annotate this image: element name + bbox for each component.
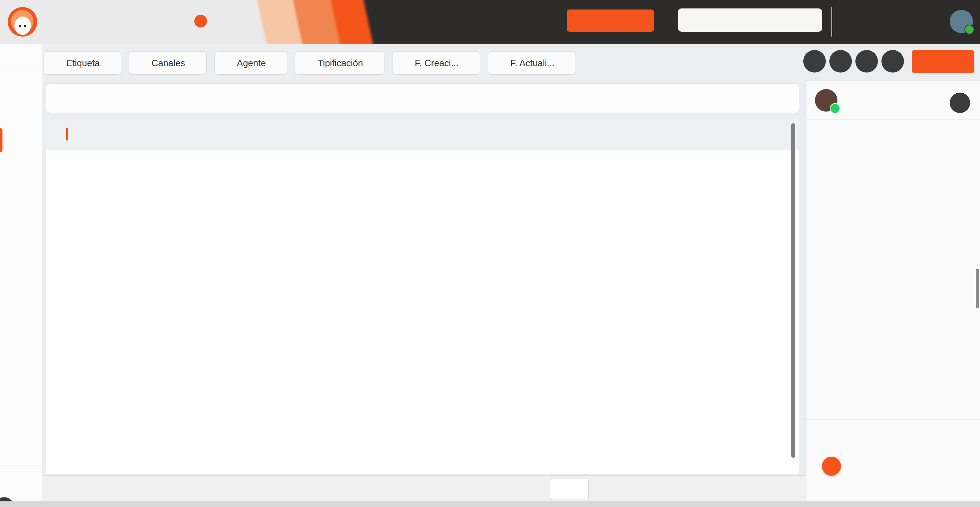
divider <box>42 0 42 44</box>
table-header <box>46 119 799 150</box>
sidebar-item-contacts[interactable] <box>0 127 42 153</box>
filter-button-tipificacin[interactable]: Tipificación <box>295 51 384 75</box>
header-search-input[interactable] <box>686 8 800 32</box>
person-icon <box>223 59 232 68</box>
filter-label: Agente <box>237 58 266 69</box>
online-check-icon <box>964 25 974 35</box>
table-search[interactable] <box>46 83 799 113</box>
download-button[interactable] <box>881 50 904 73</box>
filter-button-agente[interactable]: Agente <box>215 51 287 75</box>
sort-desc-icon[interactable] <box>689 129 699 139</box>
acting-as-block <box>442 8 573 13</box>
chevron-down-icon <box>105 59 113 67</box>
client-detail-panel <box>806 80 980 507</box>
next-page-button[interactable] <box>778 482 791 496</box>
filter-label: Etiqueta <box>66 58 100 69</box>
filter-bar: Etiqueta Canales Agente Tipificación F. … <box>44 51 576 75</box>
whatsapp-icon <box>830 103 840 114</box>
column-header-sorted[interactable] <box>686 129 799 139</box>
typing-icon <box>303 59 313 68</box>
transfer-button[interactable] <box>855 50 878 73</box>
help-icon[interactable] <box>13 481 29 497</box>
chevron-up-icon[interactable] <box>961 256 972 266</box>
filter-funnel-icon <box>434 54 449 68</box>
header-search[interactable] <box>678 8 822 32</box>
search-icon[interactable] <box>805 14 817 26</box>
create-button[interactable] <box>912 50 974 73</box>
client-info-section-header[interactable] <box>815 254 973 268</box>
chevron-up-icon[interactable] <box>961 430 972 441</box>
channels-icon <box>137 59 146 68</box>
sidebar-item-collapse[interactable] <box>0 48 42 70</box>
app: Etiqueta Canales Agente Tipificación F. … <box>0 0 980 507</box>
info-icon[interactable] <box>194 15 207 27</box>
filter-label: F. Actuali... <box>511 58 555 69</box>
transfer-icon <box>860 55 873 68</box>
chat-lines-icon <box>808 55 821 68</box>
chevron-down-icon <box>190 59 199 67</box>
filter-button-canales[interactable]: Canales <box>129 51 206 75</box>
chevron-down-icon <box>271 59 279 67</box>
calendar-icon <box>400 59 410 68</box>
person-off-icon <box>834 55 847 68</box>
clients-table <box>46 119 799 474</box>
client-avatar <box>815 89 837 112</box>
top-header <box>0 0 980 44</box>
filter-label: Canales <box>151 58 185 69</box>
add-tag-button[interactable] <box>822 457 841 476</box>
sidebar-item-boards[interactable] <box>0 100 42 127</box>
first-page-button[interactable] <box>714 482 728 496</box>
table-scrollbar[interactable] <box>791 123 795 458</box>
chat-outline-icon <box>13 79 29 94</box>
document-icon <box>815 256 826 266</box>
chevron-down-icon <box>464 59 472 67</box>
window-scrollbar-track[interactable] <box>0 501 980 507</box>
prev-page-button[interactable] <box>746 482 759 496</box>
open-chat-button[interactable] <box>950 92 970 113</box>
filter-label: Tipificación <box>318 58 363 69</box>
avatar[interactable] <box>950 10 973 33</box>
chevron-down-icon <box>368 59 376 67</box>
pagination-bar <box>42 475 806 502</box>
divider <box>832 7 832 37</box>
tag-icon <box>52 59 61 68</box>
filter-button-etiqueta[interactable]: Etiqueta <box>44 51 121 75</box>
user-info[interactable] <box>869 10 946 12</box>
filter-button-factuali[interactable]: F. Actuali... <box>488 51 576 75</box>
chevron-down-icon <box>567 485 576 494</box>
sidebar-item-conversations[interactable] <box>0 73 42 100</box>
panel-header <box>807 81 980 120</box>
panel-scrollbar[interactable] <box>976 269 979 308</box>
chat-icon <box>954 97 966 108</box>
sidebar-toggle-icon <box>13 51 29 67</box>
divider <box>0 465 42 466</box>
board-icon <box>13 106 29 121</box>
tag-icon <box>815 430 826 441</box>
unassign-button[interactable] <box>829 50 852 73</box>
calendar-icon <box>496 59 506 68</box>
page-size-select[interactable] <box>550 478 589 500</box>
download-icon <box>886 55 899 68</box>
bell-icon[interactable] <box>843 13 860 30</box>
sidebar <box>0 44 42 507</box>
etiquetas-section-header[interactable] <box>815 429 973 443</box>
stop-acting-button[interactable] <box>567 10 654 32</box>
action-buttons <box>803 50 904 73</box>
divider <box>807 419 980 420</box>
table-search-input[interactable] <box>46 84 772 113</box>
atom-logo <box>8 7 37 37</box>
messages-button[interactable] <box>803 50 826 73</box>
contact-card-icon <box>13 132 29 148</box>
select-all-checkbox[interactable] <box>66 128 68 140</box>
chevron-down-icon <box>559 59 568 67</box>
